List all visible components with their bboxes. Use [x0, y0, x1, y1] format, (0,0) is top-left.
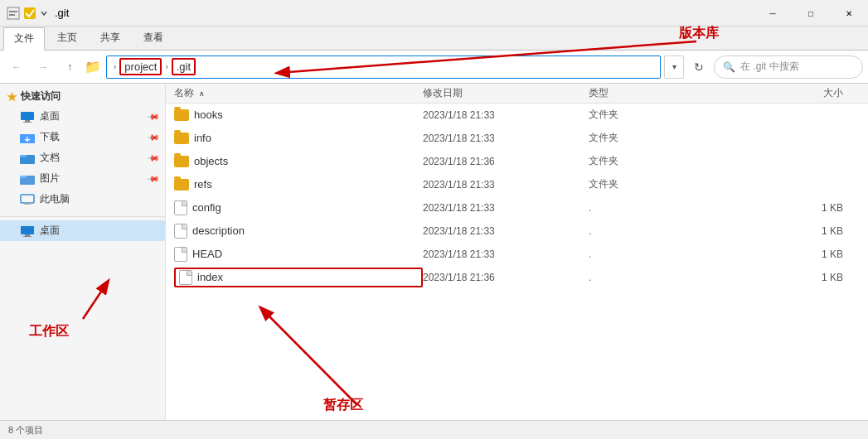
status-bar: 8 个项目	[0, 420, 868, 439]
dropdown-arrow-icon	[40, 7, 48, 20]
pin-icon-3: 📌	[147, 151, 160, 164]
svg-rect-14	[24, 203, 31, 205]
file-date: 2023/1/18 21:33	[423, 225, 589, 237]
file-date: 2023/1/18 21:36	[423, 272, 589, 283]
folder-icon	[174, 156, 189, 167]
path-folder-icon: 📁	[85, 59, 101, 75]
file-type: 文件夹	[589, 177, 688, 191]
file-type: 文件夹	[589, 108, 688, 122]
svg-rect-17	[23, 236, 32, 237]
title-text: .git	[55, 7, 69, 19]
desktop-active-icon	[20, 225, 35, 237]
tab-view[interactable]: 查看	[133, 27, 174, 50]
table-row[interactable]: info2023/1/18 21:33文件夹	[166, 127, 868, 150]
pin-icon-2: 📌	[147, 130, 160, 143]
file-name: info	[194, 132, 211, 144]
sidebar-item-pic-label: 图片	[40, 171, 60, 186]
title-controls: ─ □ ✕	[754, 0, 868, 27]
pin-icon-4: 📌	[147, 171, 160, 185]
file-size: 1 KB	[688, 248, 860, 260]
desktop-icon	[20, 111, 35, 123]
table-row[interactable]: hooks2023/1/18 21:33文件夹	[166, 104, 868, 127]
file-type: 文件夹	[589, 154, 688, 168]
search-box[interactable]: 🔍 在 .git 中搜索	[714, 55, 863, 79]
address-dropdown[interactable]: ▾	[664, 55, 684, 79]
col-header-name[interactable]: 名称 ∧	[174, 86, 423, 100]
forward-button[interactable]: →	[32, 55, 55, 79]
sidebar-item-pic[interactable]: 图片 📌	[0, 168, 165, 189]
svg-rect-16	[25, 234, 30, 236]
file-list: hooks2023/1/18 21:33文件夹info2023/1/18 21:…	[166, 104, 868, 420]
sidebar-quick-access-section: ★ 快速访问 桌面 📌 下载 📌 文档 📌 图片 📌	[0, 84, 165, 213]
table-row[interactable]: objects2023/1/18 21:36文件夹	[166, 150, 868, 173]
search-icon: 🔍	[723, 61, 735, 73]
table-row[interactable]: HEAD2023/1/18 21:33.1 KB	[166, 243, 868, 266]
svg-rect-5	[25, 120, 30, 122]
sidebar-item-doc[interactable]: 文档 📌	[0, 147, 165, 168]
sidebar-item-desktop-1[interactable]: 桌面 📌	[0, 106, 165, 127]
file-icon	[179, 270, 192, 285]
status-text: 8 个项目	[8, 424, 43, 437]
file-type: 文件夹	[589, 131, 688, 145]
table-row[interactable]: index2023/1/18 21:36.1 KB	[166, 266, 868, 289]
col-header-size[interactable]: 大小	[688, 86, 860, 100]
file-type: .	[589, 272, 688, 283]
sidebar-quick-access-header[interactable]: ★ 快速访问	[0, 87, 165, 106]
file-date: 2023/1/18 21:36	[423, 156, 589, 167]
path-segment-project[interactable]: project	[119, 58, 162, 75]
file-name: index	[197, 271, 223, 283]
file-name: description	[192, 224, 245, 237]
svg-rect-6	[23, 122, 32, 123]
file-name: objects	[194, 155, 228, 167]
address-path[interactable]: › project › .git	[106, 55, 661, 79]
file-date: 2023/1/18 21:33	[423, 248, 589, 260]
up-button[interactable]: ↑	[58, 55, 81, 79]
address-bar-area: ← → ↑ 📁 › project › .git ▾ ↻ 🔍 在 .git 中搜…	[0, 51, 868, 84]
sidebar-separator	[0, 216, 165, 217]
star-icon: ★	[7, 90, 17, 104]
folder-icon	[174, 133, 189, 144]
file-name: hooks	[194, 109, 223, 121]
pin-icon: 📌	[147, 109, 160, 123]
search-placeholder: 在 .git 中搜索	[740, 60, 799, 74]
sidebar-item-computer[interactable]: 此电脑	[0, 189, 165, 210]
svg-rect-4	[21, 112, 34, 120]
tab-file[interactable]: 文件	[3, 27, 45, 51]
close-button[interactable]: ✕	[830, 0, 868, 27]
file-name: HEAD	[192, 248, 222, 260]
ribbon-tabs: 文件 主页 共享 查看	[0, 27, 868, 50]
refresh-button[interactable]: ↻	[687, 55, 710, 79]
file-date: 2023/1/18 21:33	[423, 202, 589, 214]
table-row[interactable]: refs2023/1/18 21:33文件夹	[166, 173, 868, 196]
path-segment-git[interactable]: .git	[172, 58, 196, 75]
col-header-date[interactable]: 修改日期	[423, 86, 589, 100]
file-date: 2023/1/18 21:33	[423, 133, 589, 144]
sidebar-item-download[interactable]: 下载 📌	[0, 127, 165, 147]
pic-folder-icon	[20, 173, 35, 185]
file-type: .	[589, 225, 688, 237]
table-row[interactable]: description2023/1/18 21:33.1 KB	[166, 220, 868, 243]
sidebar-item-desktop-active[interactable]: 桌面	[0, 220, 165, 241]
sidebar-item-computer-label: 此电脑	[40, 192, 70, 206]
col-header-type[interactable]: 类型	[589, 86, 688, 100]
file-icon	[174, 200, 187, 215]
svg-rect-2	[9, 14, 15, 16]
tab-home[interactable]: 主页	[46, 27, 88, 50]
file-name: config	[192, 201, 221, 214]
sidebar-item-desktop-1-label: 桌面	[40, 109, 60, 123]
back-button[interactable]: ←	[5, 55, 28, 79]
minimize-button[interactable]: ─	[754, 0, 792, 27]
main-layout: ★ 快速访问 桌面 📌 下载 📌 文档 📌 图片 📌	[0, 84, 868, 420]
file-name: refs	[194, 178, 212, 191]
file-icon	[174, 247, 187, 262]
folder-icon	[174, 109, 189, 121]
column-headers: 名称 ∧ 修改日期 类型 大小	[166, 84, 868, 104]
svg-rect-8	[20, 134, 27, 137]
tab-share[interactable]: 共享	[90, 27, 131, 50]
table-row[interactable]: config2023/1/18 21:33.1 KB	[166, 196, 868, 220]
file-icon	[174, 224, 187, 239]
file-size: 1 KB	[688, 225, 860, 237]
computer-icon	[20, 194, 35, 205]
maximize-button[interactable]: □	[792, 0, 830, 27]
svg-rect-15	[21, 226, 34, 234]
